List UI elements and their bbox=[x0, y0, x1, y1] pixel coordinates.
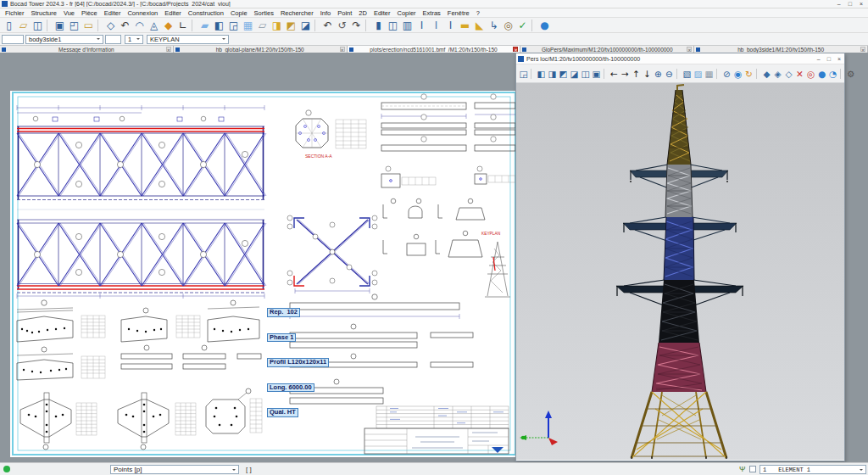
tab-glopers-maximum[interactable]: GloPers/Maximum/M1:20/tv100000000/th-100… bbox=[520, 46, 694, 53]
pan-left-icon[interactable]: ← bbox=[609, 67, 620, 80]
menu-item-info[interactable]: Info bbox=[317, 8, 335, 18]
globe-view-icon[interactable]: ● bbox=[537, 19, 552, 32]
context-field-2[interactable] bbox=[105, 35, 121, 44]
arc-create-icon[interactable]: ◠ bbox=[132, 19, 147, 32]
close-button[interactable]: × bbox=[860, 0, 863, 8]
view-cube-back-icon[interactable]: ◨ bbox=[547, 67, 558, 80]
menu-item-connexion[interactable]: Connexion bbox=[124, 8, 161, 18]
pan-down-icon[interactable]: ↓ bbox=[642, 67, 653, 80]
view-cube-side-icon[interactable]: ◫ bbox=[580, 67, 591, 80]
plate-corner-icon[interactable]: ◲ bbox=[226, 19, 241, 32]
orbit-view-icon[interactable]: ↻ bbox=[743, 67, 754, 80]
open-search-icon[interactable]: ◫ bbox=[31, 19, 45, 32]
menu-item-fen-tre[interactable]: Fenêtre bbox=[444, 8, 473, 18]
menu-item-copier[interactable]: Copier bbox=[394, 8, 420, 18]
tab-close-icon[interactable]: ✕ bbox=[513, 47, 518, 52]
viewer-minimize-button[interactable]: – bbox=[817, 56, 821, 62]
drawing-sheet-canvas[interactable]: SECTION A-A bbox=[10, 91, 519, 457]
render-solid-icon[interactable]: ▧ bbox=[682, 67, 693, 80]
link-select-icon[interactable]: ◲ bbox=[518, 67, 529, 80]
menu-item-extras[interactable]: Extras bbox=[420, 8, 444, 18]
zoom-in-icon[interactable]: ⊕ bbox=[653, 67, 664, 80]
solid-extrude-icon[interactable]: ▱ bbox=[255, 19, 270, 32]
tab-hb-global-plane[interactable]: hb_global-plane/M1:20/tv150/th-150 ✕ bbox=[174, 46, 348, 53]
plate-create-icon[interactable]: ▰ bbox=[198, 19, 212, 32]
i-profile-config-icon[interactable]: Ⅰ bbox=[443, 19, 458, 32]
close-drawing-icon[interactable]: ▭ bbox=[81, 19, 96, 32]
menu-item-editer[interactable]: Editer bbox=[161, 8, 185, 18]
snap-mode-combo[interactable]: Points [p] bbox=[110, 465, 239, 474]
render-shaded-icon[interactable]: ▨ bbox=[693, 67, 704, 80]
menu-item-copie[interactable]: Copie bbox=[227, 8, 251, 18]
undo-icon[interactable]: ↶ bbox=[320, 19, 335, 32]
element-edit-icon[interactable]: ◈ bbox=[772, 67, 783, 80]
triangle-ruler-icon[interactable]: ◣ bbox=[472, 19, 487, 32]
menu-item-2d[interactable]: 2D bbox=[355, 8, 370, 18]
open-drawing-icon[interactable]: ▱ bbox=[16, 19, 31, 32]
check-run-icon[interactable]: ✓ bbox=[515, 19, 530, 32]
plate-window-icon[interactable]: ▦ bbox=[241, 19, 255, 32]
show-elements-icon[interactable]: ◉ bbox=[732, 67, 743, 80]
profile-combo[interactable]: body3side1 bbox=[25, 35, 103, 44]
tab-message-information[interactable]: Message d'Information ✕ bbox=[0, 46, 174, 53]
column-insert-icon[interactable]: ▮ bbox=[371, 19, 386, 32]
viewer-settings-icon[interactable]: ⚙ bbox=[845, 67, 856, 80]
clash-check-icon[interactable]: ◎ bbox=[805, 67, 816, 80]
minimize-button[interactable]: – bbox=[837, 0, 841, 8]
i-profile-icon[interactable]: Ⅰ bbox=[415, 19, 429, 32]
tab-close-icon[interactable]: ✕ bbox=[860, 47, 865, 52]
menu-item-sorties[interactable]: Sorties bbox=[251, 8, 277, 18]
save-as-icon[interactable]: ◰ bbox=[67, 19, 81, 32]
view-combo[interactable]: KEYPLAN bbox=[147, 35, 229, 44]
i-profile-add-icon[interactable]: Ⅰ bbox=[429, 19, 443, 32]
new-drawing-icon[interactable]: ▯ bbox=[2, 19, 16, 32]
element-delete-icon[interactable]: ✕ bbox=[794, 67, 805, 80]
coord-axes-icon[interactable]: ↳ bbox=[487, 19, 501, 32]
menu-item-pi-ce[interactable]: Pièce bbox=[78, 8, 101, 18]
binoculars-icon[interactable]: ◎ bbox=[501, 19, 515, 32]
pan-up-icon[interactable]: ↑ bbox=[631, 67, 642, 80]
group-elements-icon[interactable]: ● bbox=[816, 67, 827, 80]
tab-close-icon[interactable]: ✕ bbox=[340, 47, 345, 52]
viewer-maximize-button[interactable]: □ bbox=[827, 56, 831, 62]
render-wireframe-icon[interactable]: ▦ bbox=[704, 67, 715, 80]
menu-item-construction[interactable]: Construction bbox=[185, 8, 227, 18]
scale-combo[interactable]: 1 bbox=[125, 35, 143, 44]
hide-elements-icon[interactable]: ⊘ bbox=[721, 67, 732, 80]
menu-item-editer[interactable]: Editer bbox=[370, 8, 394, 18]
redo-icon[interactable]: ↷ bbox=[349, 19, 364, 32]
pan-right-icon[interactable]: → bbox=[620, 67, 631, 80]
viewer-close-button[interactable]: × bbox=[837, 56, 841, 62]
element-copy-icon[interactable]: ◇ bbox=[783, 67, 794, 80]
context-field-1[interactable] bbox=[2, 35, 24, 44]
element-new-icon[interactable]: ◆ bbox=[761, 67, 772, 80]
plate-next-icon[interactable]: ◨ bbox=[270, 19, 284, 32]
viewer-title-bar[interactable]: Pers loc/M1:20/tv100000000/th-100000000 … bbox=[516, 53, 844, 64]
plate-detail-icon[interactable]: ◩ bbox=[284, 19, 298, 32]
refresh-view-icon[interactable]: ◔ bbox=[827, 67, 838, 80]
menu-item-rechercher[interactable]: Rechercher bbox=[277, 8, 317, 18]
tab-hb-body3side1[interactable]: hb_body3side1/M1:20/tv150/th-150 ✕ bbox=[694, 46, 868, 53]
menu-item-structure[interactable]: Structure bbox=[28, 8, 60, 18]
viewer-3d-viewport[interactable] bbox=[516, 83, 844, 460]
save-icon[interactable]: ▣ bbox=[53, 19, 67, 32]
element-combo[interactable]: 1 ELEMENT 1 bbox=[760, 465, 866, 474]
tab-close-icon[interactable]: ✕ bbox=[687, 47, 692, 52]
profile-edit-icon[interactable]: ◪ bbox=[298, 19, 313, 32]
node-connect-icon[interactable]: ◬ bbox=[147, 19, 161, 32]
element-tree-icon[interactable]: Ψ bbox=[739, 465, 746, 473]
menu-item-[interactable]: ? bbox=[473, 8, 483, 18]
beam-mark-icon[interactable]: ◆ bbox=[161, 19, 175, 32]
menu-item-editer[interactable]: Editer bbox=[101, 8, 125, 18]
measure-ruler-icon[interactable]: ▬ bbox=[458, 19, 472, 32]
view-cube-iso-icon[interactable]: ▣ bbox=[591, 67, 602, 80]
polyline-icon[interactable]: ∟ bbox=[175, 19, 190, 32]
plate-add-icon[interactable]: ◧ bbox=[212, 19, 226, 32]
view-cube-top-icon[interactable]: ◩ bbox=[558, 67, 569, 80]
undo-options-icon[interactable]: ↺ bbox=[335, 19, 349, 32]
view-cube-front-icon[interactable]: ◧ bbox=[536, 67, 547, 80]
element-filter-checkbox[interactable] bbox=[749, 466, 756, 472]
zoom-out-icon[interactable]: ⊖ bbox=[664, 67, 675, 80]
menu-item-point[interactable]: Point bbox=[334, 8, 355, 18]
menu-item-vue[interactable]: Vue bbox=[60, 8, 78, 18]
